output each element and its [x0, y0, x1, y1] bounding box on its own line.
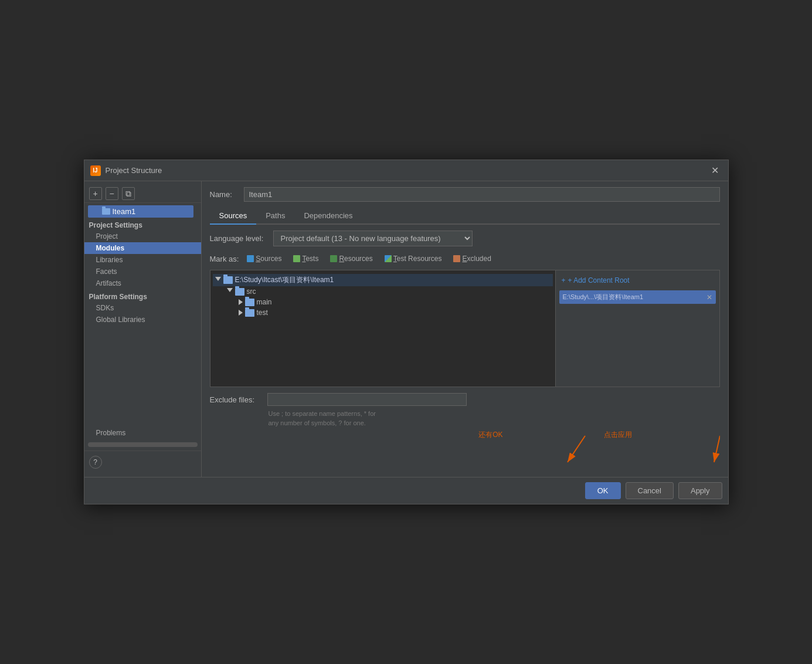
apply-button[interactable]: Apply — [678, 482, 722, 499]
bottom-bar: OK Cancel Apply — [84, 477, 728, 504]
sidebar-scrollbar[interactable] — [88, 442, 198, 447]
mark-tests-button[interactable]: Tests — [290, 253, 322, 264]
window-title: Project Structure — [106, 166, 703, 175]
tree-area: E:\Study\Itcast\项目资料\Iteam1 src main — [210, 270, 720, 387]
add-content-root-label: + Add Content Root — [568, 276, 630, 284]
module-folder-icon — [102, 208, 110, 215]
tree-src-folder-icon — [235, 288, 244, 296]
sidebar-bottom: ? — [84, 450, 201, 473]
sidebar-item-problems[interactable]: Problems — [84, 427, 201, 439]
mark-test-resources-label: Test Resources — [393, 255, 442, 263]
remove-module-button[interactable]: − — [106, 187, 118, 200]
module-name: Iteam1 — [113, 207, 136, 216]
tree-main-item[interactable]: main — [213, 297, 553, 307]
tree-expand-main-icon[interactable] — [239, 299, 243, 305]
annotation-arrows — [210, 430, 720, 471]
mark-tests-label: Tests — [302, 255, 318, 263]
name-label: Name: — [210, 190, 239, 199]
title-bar: IJ Project Structure ✕ — [84, 160, 728, 181]
content-root-path: E:\Study\...\项目资料\Iteam1 — [563, 293, 644, 301]
sidebar: + − ⧉ Iteam1 Project Settings Project Mo… — [84, 181, 202, 477]
mark-sources-label: Sources — [256, 255, 281, 263]
cancel-button[interactable]: Cancel — [626, 482, 674, 499]
tree-src-item[interactable]: src — [213, 286, 553, 297]
sidebar-item-libraries[interactable]: Libraries — [84, 254, 201, 266]
platform-settings-header: Platform Settings — [84, 289, 201, 302]
mark-resources-button[interactable]: Resources — [327, 253, 376, 264]
tree-root-folder-icon — [223, 276, 233, 284]
test-resources-color-icon — [385, 255, 392, 262]
mark-as-row: Mark as: Sources Tests Resources Test Re… — [210, 253, 720, 264]
mark-as-label: Mark as: — [210, 255, 239, 263]
tree-src-label: src — [247, 287, 256, 296]
mark-test-resources-button[interactable]: Test Resources — [381, 253, 446, 264]
tests-color-icon — [293, 255, 300, 262]
mark-excluded-label: Excluded — [462, 255, 491, 263]
tree-main-label: main — [257, 298, 272, 306]
exclude-files-label: Exclude files: — [210, 395, 263, 404]
tree-test-item[interactable]: test — [213, 307, 553, 318]
add-content-root-button[interactable]: + + Add Content Root — [559, 274, 716, 287]
tree-expand-test-icon[interactable] — [239, 310, 243, 316]
close-button[interactable]: ✕ — [708, 164, 722, 177]
tab-sources[interactable]: Sources — [210, 208, 257, 225]
language-level-label: Language level: — [210, 234, 269, 243]
svg-line-2 — [714, 436, 720, 462]
tree-expand-src-icon[interactable] — [227, 288, 233, 295]
ok-button[interactable]: OK — [585, 482, 621, 499]
add-module-button[interactable]: + — [89, 187, 102, 200]
tree-expand-root-icon[interactable] — [215, 277, 221, 284]
name-row: Name: — [210, 187, 720, 202]
mark-resources-label: Resources — [339, 255, 372, 263]
window-body: + − ⧉ Iteam1 Project Settings Project Mo… — [84, 181, 728, 477]
annotation-area: 还有OK 点击应用 — [210, 430, 720, 471]
sidebar-toolbar: + − ⧉ — [84, 185, 201, 203]
sidebar-item-modules[interactable]: Modules — [84, 242, 201, 254]
bottom-right: OK Cancel Apply — [585, 482, 722, 499]
tree-root-item[interactable]: E:\Study\Itcast\项目资料\Iteam1 — [213, 274, 553, 286]
content-root-item: E:\Study\...\项目资料\Iteam1 ✕ — [559, 290, 716, 304]
sidebar-item-sdks[interactable]: SDKs — [84, 302, 201, 314]
project-settings-header: Project Settings — [84, 218, 201, 231]
svg-line-1 — [568, 436, 585, 462]
tree-root-label: E:\Study\Itcast\项目资料\Iteam1 — [235, 275, 334, 285]
app-icon: IJ — [90, 165, 101, 176]
tree-test-folder-icon — [245, 309, 254, 317]
hint-text: Use ; to separate name patterns, * for a… — [269, 409, 720, 428]
sidebar-item-global-libraries[interactable]: Global Libraries — [84, 314, 201, 326]
help-button[interactable]: ? — [89, 456, 102, 469]
project-structure-window: IJ Project Structure ✕ + − ⧉ Iteam1 Proj… — [84, 160, 729, 504]
language-level-select[interactable]: Project default (13 - No new language fe… — [273, 231, 473, 246]
sidebar-item-artifacts[interactable]: Artifacts — [84, 277, 201, 289]
sidebar-item-facets[interactable]: Facets — [84, 266, 201, 277]
resources-color-icon — [330, 255, 337, 262]
tree-main-folder-icon — [245, 299, 254, 306]
add-content-root-plus-icon: + — [562, 276, 566, 284]
copy-module-button[interactable]: ⧉ — [122, 187, 135, 200]
name-input[interactable] — [244, 187, 720, 202]
mark-sources-button[interactable]: Sources — [243, 253, 285, 264]
excluded-color-icon — [453, 255, 460, 262]
content-root-close-button[interactable]: ✕ — [706, 293, 712, 301]
language-level-row: Language level: Project default (13 - No… — [210, 231, 720, 246]
exclude-files-input[interactable] — [267, 393, 467, 406]
main-content: Name: Sources Paths Dependencies Languag… — [202, 181, 728, 477]
tabs-row: Sources Paths Dependencies — [210, 208, 720, 225]
tab-dependencies[interactable]: Dependencies — [294, 208, 362, 225]
sidebar-item-project[interactable]: Project — [84, 231, 201, 242]
right-panel: + + Add Content Root E:\Study\...\项目资料\I… — [555, 270, 719, 387]
sources-color-icon — [247, 255, 254, 262]
mark-excluded-button[interactable]: Excluded — [450, 253, 494, 264]
tab-paths[interactable]: Paths — [256, 208, 294, 225]
tree-test-label: test — [257, 309, 268, 317]
sidebar-module-iteam1[interactable]: Iteam1 — [88, 205, 193, 218]
exclude-files-row: Exclude files: — [210, 393, 720, 406]
file-tree: E:\Study\Itcast\项目资料\Iteam1 src main — [210, 270, 555, 387]
